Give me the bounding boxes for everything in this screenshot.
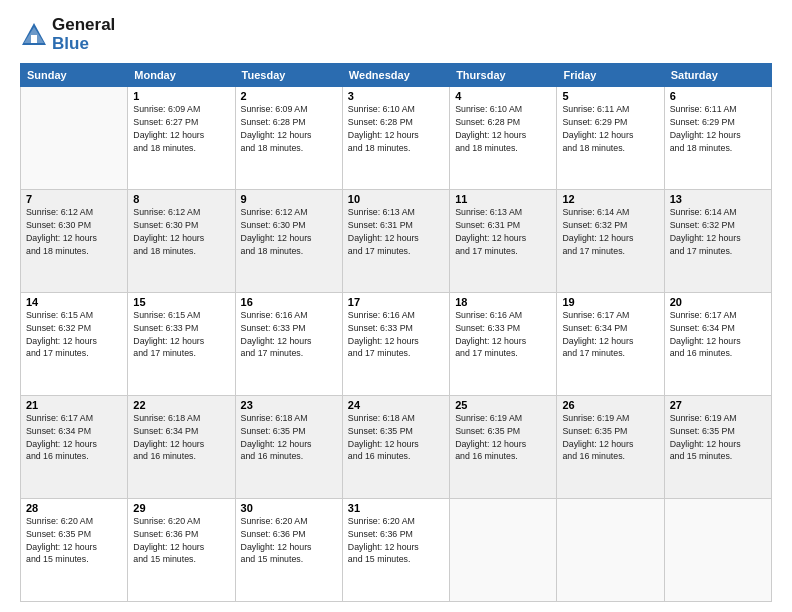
day-info: Sunrise: 6:19 AMSunset: 6:35 PMDaylight:… xyxy=(455,412,551,463)
calendar-cell: 5Sunrise: 6:11 AMSunset: 6:29 PMDaylight… xyxy=(557,87,664,190)
day-number: 24 xyxy=(348,399,444,411)
calendar-week-row: 1Sunrise: 6:09 AMSunset: 6:27 PMDaylight… xyxy=(21,87,772,190)
day-info: Sunrise: 6:20 AMSunset: 6:36 PMDaylight:… xyxy=(241,515,337,566)
day-number: 25 xyxy=(455,399,551,411)
calendar-cell: 15Sunrise: 6:15 AMSunset: 6:33 PMDayligh… xyxy=(128,293,235,396)
day-number: 26 xyxy=(562,399,658,411)
calendar-cell xyxy=(664,499,771,602)
day-number: 10 xyxy=(348,193,444,205)
day-info: Sunrise: 6:18 AMSunset: 6:34 PMDaylight:… xyxy=(133,412,229,463)
calendar-cell: 27Sunrise: 6:19 AMSunset: 6:35 PMDayligh… xyxy=(664,396,771,499)
day-number: 29 xyxy=(133,502,229,514)
day-info: Sunrise: 6:16 AMSunset: 6:33 PMDaylight:… xyxy=(455,309,551,360)
day-number: 16 xyxy=(241,296,337,308)
weekday-header-friday: Friday xyxy=(557,64,664,87)
day-number: 4 xyxy=(455,90,551,102)
day-number: 21 xyxy=(26,399,122,411)
day-number: 3 xyxy=(348,90,444,102)
calendar-cell: 6Sunrise: 6:11 AMSunset: 6:29 PMDaylight… xyxy=(664,87,771,190)
day-number: 7 xyxy=(26,193,122,205)
calendar-cell: 3Sunrise: 6:10 AMSunset: 6:28 PMDaylight… xyxy=(342,87,449,190)
calendar-cell: 7Sunrise: 6:12 AMSunset: 6:30 PMDaylight… xyxy=(21,190,128,293)
day-info: Sunrise: 6:18 AMSunset: 6:35 PMDaylight:… xyxy=(241,412,337,463)
weekday-header-tuesday: Tuesday xyxy=(235,64,342,87)
calendar-cell xyxy=(21,87,128,190)
day-info: Sunrise: 6:17 AMSunset: 6:34 PMDaylight:… xyxy=(670,309,766,360)
logo-text: General Blue xyxy=(52,16,115,53)
day-info: Sunrise: 6:16 AMSunset: 6:33 PMDaylight:… xyxy=(241,309,337,360)
day-number: 30 xyxy=(241,502,337,514)
day-number: 23 xyxy=(241,399,337,411)
day-info: Sunrise: 6:13 AMSunset: 6:31 PMDaylight:… xyxy=(348,206,444,257)
calendar-cell: 25Sunrise: 6:19 AMSunset: 6:35 PMDayligh… xyxy=(450,396,557,499)
day-info: Sunrise: 6:11 AMSunset: 6:29 PMDaylight:… xyxy=(670,103,766,154)
calendar-cell: 26Sunrise: 6:19 AMSunset: 6:35 PMDayligh… xyxy=(557,396,664,499)
header: General Blue xyxy=(20,16,772,53)
calendar-cell: 4Sunrise: 6:10 AMSunset: 6:28 PMDaylight… xyxy=(450,87,557,190)
calendar-week-row: 14Sunrise: 6:15 AMSunset: 6:32 PMDayligh… xyxy=(21,293,772,396)
day-info: Sunrise: 6:20 AMSunset: 6:36 PMDaylight:… xyxy=(133,515,229,566)
calendar-cell xyxy=(450,499,557,602)
day-number: 1 xyxy=(133,90,229,102)
calendar-cell: 31Sunrise: 6:20 AMSunset: 6:36 PMDayligh… xyxy=(342,499,449,602)
weekday-header-row: SundayMondayTuesdayWednesdayThursdayFrid… xyxy=(21,64,772,87)
calendar-cell: 16Sunrise: 6:16 AMSunset: 6:33 PMDayligh… xyxy=(235,293,342,396)
day-number: 14 xyxy=(26,296,122,308)
day-info: Sunrise: 6:20 AMSunset: 6:35 PMDaylight:… xyxy=(26,515,122,566)
weekday-header-saturday: Saturday xyxy=(664,64,771,87)
day-info: Sunrise: 6:12 AMSunset: 6:30 PMDaylight:… xyxy=(241,206,337,257)
day-number: 27 xyxy=(670,399,766,411)
day-number: 8 xyxy=(133,193,229,205)
page: General Blue SundayMondayTuesdayWednesda… xyxy=(0,0,792,612)
day-info: Sunrise: 6:12 AMSunset: 6:30 PMDaylight:… xyxy=(26,206,122,257)
calendar-cell xyxy=(557,499,664,602)
calendar-cell: 14Sunrise: 6:15 AMSunset: 6:32 PMDayligh… xyxy=(21,293,128,396)
calendar-cell: 24Sunrise: 6:18 AMSunset: 6:35 PMDayligh… xyxy=(342,396,449,499)
svg-rect-2 xyxy=(31,35,37,43)
calendar-week-row: 7Sunrise: 6:12 AMSunset: 6:30 PMDaylight… xyxy=(21,190,772,293)
day-info: Sunrise: 6:09 AMSunset: 6:27 PMDaylight:… xyxy=(133,103,229,154)
day-number: 17 xyxy=(348,296,444,308)
logo: General Blue xyxy=(20,16,115,53)
calendar-cell: 8Sunrise: 6:12 AMSunset: 6:30 PMDaylight… xyxy=(128,190,235,293)
day-info: Sunrise: 6:19 AMSunset: 6:35 PMDaylight:… xyxy=(562,412,658,463)
calendar-cell: 19Sunrise: 6:17 AMSunset: 6:34 PMDayligh… xyxy=(557,293,664,396)
day-info: Sunrise: 6:10 AMSunset: 6:28 PMDaylight:… xyxy=(348,103,444,154)
calendar-cell: 28Sunrise: 6:20 AMSunset: 6:35 PMDayligh… xyxy=(21,499,128,602)
calendar-cell: 29Sunrise: 6:20 AMSunset: 6:36 PMDayligh… xyxy=(128,499,235,602)
day-info: Sunrise: 6:15 AMSunset: 6:33 PMDaylight:… xyxy=(133,309,229,360)
day-number: 9 xyxy=(241,193,337,205)
weekday-header-sunday: Sunday xyxy=(21,64,128,87)
day-info: Sunrise: 6:10 AMSunset: 6:28 PMDaylight:… xyxy=(455,103,551,154)
calendar-cell: 20Sunrise: 6:17 AMSunset: 6:34 PMDayligh… xyxy=(664,293,771,396)
calendar-week-row: 28Sunrise: 6:20 AMSunset: 6:35 PMDayligh… xyxy=(21,499,772,602)
day-number: 11 xyxy=(455,193,551,205)
calendar-cell: 30Sunrise: 6:20 AMSunset: 6:36 PMDayligh… xyxy=(235,499,342,602)
day-info: Sunrise: 6:20 AMSunset: 6:36 PMDaylight:… xyxy=(348,515,444,566)
day-info: Sunrise: 6:19 AMSunset: 6:35 PMDaylight:… xyxy=(670,412,766,463)
day-info: Sunrise: 6:15 AMSunset: 6:32 PMDaylight:… xyxy=(26,309,122,360)
day-info: Sunrise: 6:16 AMSunset: 6:33 PMDaylight:… xyxy=(348,309,444,360)
calendar-cell: 9Sunrise: 6:12 AMSunset: 6:30 PMDaylight… xyxy=(235,190,342,293)
calendar-cell: 2Sunrise: 6:09 AMSunset: 6:28 PMDaylight… xyxy=(235,87,342,190)
day-info: Sunrise: 6:14 AMSunset: 6:32 PMDaylight:… xyxy=(562,206,658,257)
weekday-header-thursday: Thursday xyxy=(450,64,557,87)
calendar-cell: 18Sunrise: 6:16 AMSunset: 6:33 PMDayligh… xyxy=(450,293,557,396)
calendar-cell: 10Sunrise: 6:13 AMSunset: 6:31 PMDayligh… xyxy=(342,190,449,293)
day-info: Sunrise: 6:11 AMSunset: 6:29 PMDaylight:… xyxy=(562,103,658,154)
day-number: 12 xyxy=(562,193,658,205)
day-number: 19 xyxy=(562,296,658,308)
calendar-cell: 13Sunrise: 6:14 AMSunset: 6:32 PMDayligh… xyxy=(664,190,771,293)
day-number: 13 xyxy=(670,193,766,205)
day-number: 18 xyxy=(455,296,551,308)
calendar-cell: 23Sunrise: 6:18 AMSunset: 6:35 PMDayligh… xyxy=(235,396,342,499)
calendar-table: SundayMondayTuesdayWednesdayThursdayFrid… xyxy=(20,63,772,602)
calendar-cell: 11Sunrise: 6:13 AMSunset: 6:31 PMDayligh… xyxy=(450,190,557,293)
calendar-cell: 17Sunrise: 6:16 AMSunset: 6:33 PMDayligh… xyxy=(342,293,449,396)
logo-icon xyxy=(20,21,48,49)
day-info: Sunrise: 6:17 AMSunset: 6:34 PMDaylight:… xyxy=(562,309,658,360)
day-number: 22 xyxy=(133,399,229,411)
calendar-cell: 22Sunrise: 6:18 AMSunset: 6:34 PMDayligh… xyxy=(128,396,235,499)
calendar-cell: 1Sunrise: 6:09 AMSunset: 6:27 PMDaylight… xyxy=(128,87,235,190)
day-info: Sunrise: 6:09 AMSunset: 6:28 PMDaylight:… xyxy=(241,103,337,154)
